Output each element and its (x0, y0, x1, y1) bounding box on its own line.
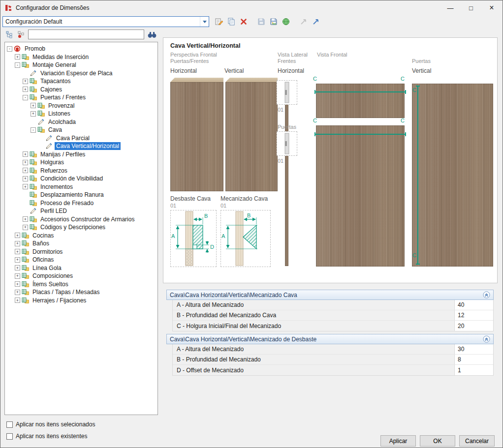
property-value-input[interactable]: 20 (455, 321, 493, 331)
tree-item[interactable]: +Placas / Tapas / Mesadas (5, 288, 157, 297)
expand-icon[interactable]: + (31, 103, 36, 108)
tree-item[interactable]: +Herrajes / Fijaciones (5, 297, 157, 305)
folder-icon (22, 272, 30, 279)
tree-item-label: Baños (31, 239, 51, 247)
expand-icon[interactable]: + (15, 249, 20, 254)
expand-icon[interactable]: + (15, 281, 20, 287)
expand-icon[interactable]: + (31, 111, 36, 117)
collapse-chevron-icon[interactable] (482, 291, 490, 299)
tree-item[interactable]: +Holguras (5, 158, 157, 167)
property-value-input[interactable]: 1 (455, 365, 493, 375)
tree-item[interactable]: +Condición de Visibilidad (5, 175, 157, 183)
expand-icon[interactable]: + (23, 151, 28, 157)
chevron-down-icon[interactable] (200, 17, 209, 27)
tree-item[interactable]: +Cocinas (5, 232, 157, 240)
expand-icon[interactable]: + (15, 241, 20, 246)
tree-item-label: Promob (23, 45, 47, 53)
pencil-icon (30, 70, 37, 77)
expand-icon[interactable]: + (23, 176, 28, 181)
table-header[interactable]: Cava\Cava Horizontal/Vertical\Mecanizado… (166, 290, 494, 300)
expand-icon[interactable]: + (23, 160, 28, 165)
expand-icon[interactable]: + (15, 265, 20, 270)
expand-icon[interactable]: + (15, 257, 20, 263)
search-input[interactable] (28, 30, 144, 39)
ok-button[interactable]: OK (420, 435, 455, 447)
tree[interactable]: -Promob+Medidas de Inserción-Montaje Gen… (4, 42, 158, 415)
expand-icon[interactable]: + (23, 225, 28, 230)
tree-item[interactable]: +Línea Gola (5, 264, 157, 272)
expand-icon[interactable]: + (15, 298, 20, 303)
publish-config-icon[interactable] (281, 16, 291, 27)
expand-icon[interactable]: + (23, 184, 28, 189)
link-catalog-icon[interactable] (311, 16, 321, 27)
collapse-icon[interactable]: - (31, 127, 36, 133)
configuration-select[interactable]: Configuración Default (2, 16, 209, 27)
export-config-icon[interactable] (268, 16, 279, 27)
tree-item[interactable]: +Oficinas (5, 256, 157, 264)
expand-icon[interactable]: + (15, 290, 20, 295)
property-value-input[interactable]: 8 (455, 355, 493, 364)
tree-item[interactable]: +Accesorios Constructor de Armarios (5, 215, 157, 224)
expand-icon[interactable]: + (23, 79, 28, 84)
dim-c-label: C (412, 87, 416, 93)
expand-tree-icon[interactable] (4, 30, 14, 39)
apply-selected-items-checkbox[interactable] (6, 421, 13, 428)
binoculars-search-icon[interactable] (146, 30, 158, 39)
property-value-input[interactable]: 30 (455, 344, 493, 354)
tree-item[interactable]: Proceso de Fresado (5, 199, 157, 208)
close-button[interactable]: × (481, 0, 502, 15)
apply-existing-items-checkbox[interactable] (6, 433, 13, 440)
collapse-icon[interactable]: - (23, 95, 28, 100)
tree-item[interactable]: +Refuerzos (5, 167, 157, 175)
link-disabled-icon[interactable] (298, 16, 309, 27)
tree-item[interactable]: +Tapacantos (5, 77, 157, 86)
tree-item[interactable]: +Provenzal (5, 102, 157, 110)
collapse-icon[interactable]: - (7, 46, 12, 52)
maximize-button[interactable]: □ (461, 0, 481, 15)
property-value-input[interactable]: 40 (455, 300, 493, 310)
tree-item[interactable]: +Códigos y Descripciones (5, 223, 157, 232)
tree-item[interactable]: +Baños (5, 239, 157, 248)
tree-item[interactable]: Acolchada (5, 118, 157, 126)
tree-item-label: Holguras (39, 158, 65, 166)
tree-item[interactable]: -Cava (5, 126, 157, 134)
tree-item[interactable]: +Composiciones (5, 272, 157, 280)
tree-item[interactable]: -Promob (5, 45, 157, 53)
titlebar[interactable]: Configurador de Dimensões — □ × (0, 0, 503, 15)
minimize-button[interactable]: — (440, 0, 461, 15)
dim-line-vertical (417, 86, 418, 265)
tree-item[interactable]: Cava Parcial (5, 134, 157, 143)
expand-icon[interactable]: + (23, 216, 28, 222)
rename-config-icon[interactable] (214, 16, 224, 27)
collapse-icon[interactable]: - (15, 62, 20, 68)
expand-icon[interactable]: + (15, 273, 20, 279)
tree-item[interactable]: Desplazamiento Ranura (5, 191, 157, 199)
tree-item[interactable]: +Ítems Sueltos (5, 280, 157, 289)
expand-icon[interactable]: + (23, 87, 28, 92)
expand-icon[interactable]: + (15, 54, 20, 60)
save-config-icon[interactable] (256, 16, 267, 27)
locate-item-icon[interactable] (16, 30, 26, 39)
tree-item[interactable]: Cava Vertical/Horizontal (5, 142, 157, 150)
folder-icon (30, 200, 37, 207)
promob-icon (14, 45, 22, 52)
tree-item[interactable]: +Incrementos (5, 183, 157, 191)
expand-icon[interactable]: + (15, 233, 20, 238)
collapse-chevron-icon[interactable] (482, 335, 490, 343)
delete-config-icon[interactable] (238, 16, 249, 27)
tree-item[interactable]: +Medidas de Inserción (5, 53, 157, 61)
table-header[interactable]: Cava\Cava Horizontal/Vertical\Mecanizado… (166, 334, 494, 344)
tree-item[interactable]: +Manijas / Perfiles (5, 150, 157, 159)
apply-button[interactable]: Aplicar (380, 435, 416, 447)
tree-item[interactable]: +Dormitorios (5, 248, 157, 256)
tree-item[interactable]: Perfil LED (5, 207, 157, 215)
copy-config-icon[interactable] (226, 16, 237, 27)
tree-item[interactable]: Variación Espesor de Placa (5, 69, 157, 78)
tree-item[interactable]: +Cajones (5, 86, 157, 94)
tree-item[interactable]: -Montaje General (5, 61, 157, 69)
tree-item[interactable]: +Listones (5, 110, 157, 118)
tree-item[interactable]: -Puertas / Frentes (5, 93, 157, 102)
cancel-button[interactable]: Cancelar (459, 435, 495, 447)
property-value-input[interactable]: 12 (455, 310, 493, 320)
expand-icon[interactable]: + (23, 168, 28, 173)
